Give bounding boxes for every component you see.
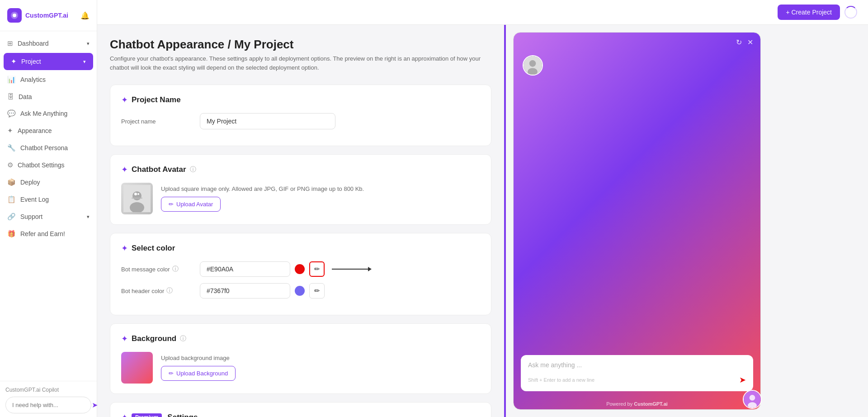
analytics-icon: 📊: [7, 76, 16, 84]
section-icon-avatar: ✦: [121, 165, 128, 175]
preview-send-icon[interactable]: ➤: [739, 375, 746, 385]
bot-message-info-icon[interactable]: ⓘ: [172, 265, 179, 273]
sidebar-item-chatbot-persona[interactable]: 🔧 Chatbot Persona: [0, 139, 97, 156]
background-info-icon[interactable]: ⓘ: [180, 335, 186, 343]
logo-text: CustomGPT.ai: [25, 12, 68, 19]
sidebar-logo: CustomGPT.ai 🔔: [0, 0, 97, 31]
avatar-preview: [121, 183, 153, 214]
preview-avatar-svg: [524, 55, 542, 76]
sidebar-item-label: Ask Me Anything: [20, 110, 67, 117]
svg-point-7: [137, 193, 139, 195]
section-icon-project: ✦: [121, 95, 128, 105]
svg-point-2: [13, 14, 16, 17]
sidebar-item-chatbot-settings[interactable]: ⚙ Chatbot Settings: [0, 156, 97, 174]
avatar-upload-info: Upload square image only. Allowed are JP…: [161, 185, 480, 192]
chevron-down-icon: ▾: [87, 41, 90, 47]
avatar-info-icon[interactable]: ⓘ: [190, 166, 196, 174]
sidebar-item-event-log[interactable]: 📋 Event Log: [0, 191, 97, 208]
sidebar-item-ask-me-anything[interactable]: 💬 Ask Me Anything: [0, 105, 97, 122]
upload-avatar-button[interactable]: ✏ Upload Avatar: [161, 197, 221, 212]
premium-badge: Premium: [132, 413, 162, 417]
chatbot-preview: ↻ ✕ Ask me anything ...: [513, 32, 761, 410]
sidebar-item-analytics[interactable]: 📊 Analytics: [0, 71, 97, 88]
bot-header-color-label: Bot header color ⓘ: [121, 287, 193, 295]
svg-point-14: [748, 402, 757, 408]
chevron-down-icon: ▾: [83, 59, 86, 65]
copilot-input-wrapper: ➤: [5, 397, 91, 413]
bot-message-color-row: Bot message color ⓘ ✏: [121, 261, 480, 277]
project-name-input[interactable]: [200, 113, 335, 129]
event-log-icon: 📋: [7, 195, 16, 204]
project-name-field-row: Project name: [121, 113, 480, 129]
arrow-head: [368, 267, 372, 271]
bell-icon[interactable]: 🔔: [80, 11, 90, 20]
premium-title: Settings: [167, 413, 198, 417]
project-name-section: ✦ Project Name Project name: [110, 85, 491, 146]
sidebar-item-appearance[interactable]: ✦ Appearance: [0, 122, 97, 139]
svg-point-11: [528, 68, 538, 75]
bot-header-color-input[interactable]: [200, 283, 290, 299]
avatar-image: [121, 183, 153, 214]
project-icon: ✦: [11, 57, 17, 66]
background-preview: [121, 352, 153, 384]
background-info: Upload background image ✏ Upload Backgro…: [161, 355, 236, 381]
bot-message-color-edit-button[interactable]: ✏: [309, 261, 325, 277]
avatar-placeholder-svg: [123, 185, 151, 212]
sidebar: CustomGPT.ai 🔔 ⊞ Dashboard ▾ ✦ Project ▾…: [0, 0, 97, 417]
bottom-avatar-svg: [744, 390, 761, 409]
support-icon: 🔗: [7, 213, 16, 221]
background-upload-info: Upload background image: [161, 355, 236, 361]
bottom-avatar-image: [744, 391, 761, 408]
sidebar-item-label: Project: [21, 58, 41, 65]
svg-point-13: [750, 395, 755, 401]
upload-background-button[interactable]: ✏ Upload Background: [161, 366, 236, 381]
sidebar-item-dashboard[interactable]: ⊞ Dashboard ▾: [0, 35, 97, 52]
background-section: ✦ Background ⓘ Upload background image ✏…: [110, 323, 491, 394]
upload-background-label: Upload Background: [176, 370, 228, 377]
settings-panel: Chatbot Appearance / My Project Configur…: [97, 25, 504, 417]
chevron-down-icon: ▾: [87, 214, 90, 220]
section-header-project-name: ✦ Project Name: [121, 95, 480, 105]
bot-header-color-edit-button[interactable]: ✏: [309, 283, 325, 299]
preview-top-bar: ↻ ✕: [514, 33, 760, 52]
color-title: Select color: [132, 244, 175, 253]
section-header-premium: ✦ Premium Settings: [121, 412, 480, 417]
svg-point-6: [134, 193, 137, 195]
sidebar-item-data[interactable]: 🗄 Data: [0, 88, 97, 105]
section-header-color: ✦ Select color: [121, 243, 480, 253]
upload-avatar-icon: ✏: [169, 201, 174, 208]
sidebar-item-label: Data: [19, 93, 32, 100]
bot-message-color-dot: [295, 264, 305, 274]
sidebar-item-label: Appearance: [18, 127, 52, 134]
page-title: Chatbot Appearance / My Project: [110, 38, 491, 52]
bot-header-color-row: Bot header color ⓘ ✏: [121, 283, 480, 299]
sidebar-item-label: Chatbot Persona: [20, 144, 68, 152]
create-project-button[interactable]: + Create Project: [778, 5, 840, 20]
sidebar-item-project[interactable]: ✦ Project ▾: [4, 53, 93, 70]
sidebar-item-refer-earn[interactable]: 🎁 Refer and Earn!: [0, 225, 97, 242]
sidebar-item-label: Event Log: [20, 196, 49, 203]
background-upload-row: Upload background image ✏ Upload Backgro…: [121, 352, 480, 384]
arrow-line: [332, 269, 368, 270]
deploy-icon: 📦: [7, 178, 16, 186]
svg-point-10: [529, 60, 536, 67]
logo-icon: [7, 8, 22, 23]
sidebar-item-label: Chatbot Settings: [18, 161, 65, 169]
section-icon-background: ✦: [121, 334, 128, 344]
settings-icon: ⚙: [7, 161, 13, 169]
select-color-section: ✦ Select color Bot message color ⓘ ✏: [110, 233, 491, 315]
close-preview-icon[interactable]: ✕: [747, 38, 753, 47]
sidebar-item-support[interactable]: 🔗 Support ▾: [0, 208, 97, 225]
sidebar-item-deploy[interactable]: 📦 Deploy: [0, 174, 97, 191]
ask-icon: 💬: [7, 109, 16, 118]
refresh-icon[interactable]: ↻: [736, 38, 742, 47]
persona-icon: 🔧: [7, 144, 16, 152]
copilot-input[interactable]: [12, 402, 88, 408]
upload-background-icon: ✏: [169, 370, 174, 377]
bot-message-color-input[interactable]: [200, 261, 290, 277]
upload-avatar-label: Upload Avatar: [176, 201, 213, 208]
section-header-background: ✦ Background ⓘ: [121, 334, 480, 344]
sidebar-item-label: Dashboard: [18, 40, 49, 47]
section-icon-premium: ✦: [121, 412, 128, 417]
bot-header-info-icon[interactable]: ⓘ: [166, 287, 173, 295]
